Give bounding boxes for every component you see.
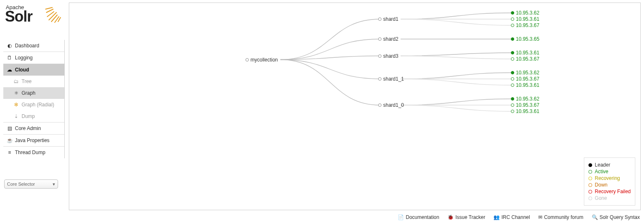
graph-node-replica[interactable]: 10.95.3.61 — [511, 108, 540, 114]
legend-down-label: Down — [595, 182, 608, 188]
footer-query-link[interactable]: 🔍Solr Query Syntax — [592, 214, 640, 220]
node-dot — [511, 37, 514, 41]
node-label: shard2 — [383, 36, 399, 42]
legend-failed-icon — [588, 190, 592, 194]
sidebar-item-tree[interactable]: 🗂 Tree — [3, 76, 64, 87]
graph-links — [69, 3, 640, 210]
node-label: shard1_0 — [383, 102, 404, 108]
node-dot — [511, 77, 514, 81]
sidebar-item-label: Java Properties — [15, 138, 49, 143]
node-label: mycollection — [250, 57, 278, 63]
core-selector-dropdown[interactable]: Core Selector ▾ — [4, 179, 58, 189]
node-dot — [511, 71, 514, 74]
node-label: shard3 — [383, 53, 399, 59]
node-dot — [378, 17, 382, 21]
node-dot — [511, 51, 514, 54]
node-dot — [378, 103, 382, 107]
legend-leader-icon — [588, 163, 592, 167]
footer-community-link[interactable]: ✉Community forum — [538, 214, 583, 220]
node-label: 10.95.3.67 — [516, 22, 540, 28]
footer-issue-link[interactable]: 🐞Issue Tracker — [447, 214, 485, 220]
legend-leader-label: Leader — [595, 162, 610, 168]
cloud-icon: ☁ — [7, 67, 12, 73]
sidebar-item-label: Dashboard — [15, 43, 39, 49]
node-dot — [511, 57, 514, 61]
sidebar-item-label: Cloud — [15, 67, 29, 73]
doc-icon: 📄 — [398, 214, 404, 220]
sidebar-item-label: Logging — [15, 55, 33, 61]
legend-recovering-icon — [588, 177, 592, 180]
svg-line-6 — [46, 7, 52, 9]
legend-down-icon — [588, 183, 592, 187]
graph-node-shard[interactable]: shard1_1 — [378, 76, 404, 82]
node-label: 10.95.3.62 — [516, 70, 540, 76]
sidebar-item-graph[interactable]: ⚛ Graph — [3, 87, 64, 99]
node-label: 10.95.3.62 — [516, 96, 540, 102]
node-dot — [511, 103, 514, 107]
sidebar-item-dashboard[interactable]: ◐ Dashboard — [3, 40, 64, 52]
graph-node-replica[interactable]: 10.95.3.61 — [511, 82, 540, 88]
svg-line-5 — [58, 17, 61, 22]
sidebar-item-label: Tree — [22, 79, 32, 84]
sidebar-item-label: Core Admin — [15, 125, 41, 131]
query-icon: 🔍 — [592, 214, 598, 220]
sidebar-item-thread-dump[interactable]: ≡ Thread Dump — [3, 146, 64, 158]
sidebar-item-label: Thread Dump — [15, 150, 45, 155]
legend: Leader Active Recovering Down Recovery F… — [584, 157, 635, 206]
graph-node-shard[interactable]: shard2 — [378, 36, 399, 42]
node-label: 10.95.3.65 — [516, 36, 540, 42]
graph-node-shard[interactable]: shard3 — [378, 53, 399, 59]
people-icon: 👥 — [493, 214, 500, 220]
graph-node-replica[interactable]: 10.95.3.67 — [511, 22, 540, 28]
footer-documentation-link[interactable]: 📄Documentation — [398, 214, 439, 220]
graph-node-replica[interactable]: 10.95.3.65 — [511, 36, 540, 42]
legend-gone-icon — [588, 196, 592, 200]
footer-irc-link[interactable]: 👥IRC Channel — [493, 214, 530, 220]
node-dot — [378, 54, 382, 58]
node-dot — [511, 83, 514, 87]
graph-node-replica[interactable]: 10.95.3.61 — [511, 50, 540, 56]
svg-line-3 — [46, 9, 53, 12]
dump-icon: ⇣ — [13, 113, 19, 119]
thread-icon: ≡ — [7, 150, 12, 155]
graph-node-replica[interactable]: 10.95.3.62 — [511, 10, 540, 16]
graph-node-replica[interactable]: 10.95.3.67 — [511, 76, 540, 82]
node-label: 10.95.3.61 — [516, 82, 540, 88]
graph-node-replica[interactable]: 10.95.3.62 — [511, 70, 540, 76]
graph-node-replica[interactable]: 10.95.3.62 — [511, 96, 540, 102]
sidebar-item-java-properties[interactable]: ☕ Java Properties — [3, 134, 64, 146]
sidebar-item-graph-radial[interactable]: ✻ Graph (Radial) — [3, 99, 64, 110]
graph-node-shard[interactable]: shard1 — [378, 16, 399, 22]
graph-node-replica[interactable]: 10.95.3.67 — [511, 56, 540, 62]
mail-icon: ✉ — [538, 214, 542, 220]
gauge-icon: ◐ — [7, 43, 12, 49]
main-panel: 10.95.3.6210.95.3.6110.95.3.67shard110.9… — [69, 2, 641, 210]
bug-icon: 🐞 — [447, 214, 454, 220]
node-dot — [511, 97, 514, 101]
sidebar-item-label: Graph (Radial) — [22, 102, 54, 108]
node-dot — [378, 37, 382, 41]
node-dot — [511, 24, 514, 27]
footer: 📄Documentation 🐞Issue Tracker 👥IRC Chann… — [0, 214, 644, 220]
graph-node-replica[interactable]: 10.95.3.67 — [511, 102, 540, 108]
sidebar-item-label: Dump — [22, 113, 35, 119]
legend-active-icon — [588, 170, 592, 174]
log-icon: 🗒 — [7, 55, 12, 61]
node-dot — [378, 77, 382, 81]
graph-node-shard[interactable]: shard1_0 — [378, 102, 404, 108]
sidebar-item-coreadmin[interactable]: ▤ Core Admin — [3, 122, 64, 134]
sidebar-item-dump[interactable]: ⇣ Dump — [3, 110, 64, 122]
legend-gone-label: Gone — [595, 195, 607, 201]
graph-node-replica[interactable]: 10.95.3.61 — [511, 16, 540, 22]
node-dot — [511, 110, 514, 113]
tree-icon: 🗂 — [13, 79, 19, 84]
core-selector-label: Core Selector — [7, 182, 35, 187]
sidebar-item-logging[interactable]: 🗒 Logging — [3, 52, 64, 64]
sidebar-item-cloud[interactable]: ☁ Cloud — [3, 64, 64, 76]
node-label: 10.95.3.61 — [516, 50, 540, 56]
svg-line-0 — [49, 12, 56, 20]
node-dot — [245, 58, 249, 61]
radial-icon: ✻ — [13, 102, 19, 108]
graph-node-collection[interactable]: mycollection — [245, 57, 278, 63]
node-label: 10.95.3.67 — [516, 102, 540, 108]
